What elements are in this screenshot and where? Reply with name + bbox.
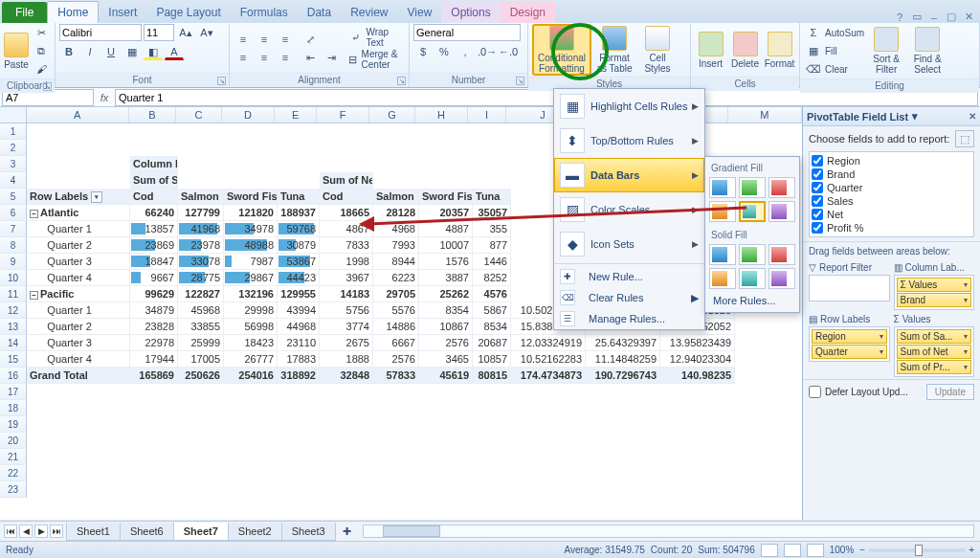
cell[interactable]: 355 bbox=[473, 221, 511, 237]
cell[interactable]: Salmon bbox=[373, 189, 419, 205]
cell[interactable]: 59768 bbox=[278, 221, 320, 237]
area-row-labels[interactable]: ▤Row Labels Region▾ Quarter▾ bbox=[809, 314, 890, 377]
pill-region[interactable]: Region▾ bbox=[812, 329, 887, 344]
databar-solid-red[interactable] bbox=[768, 244, 795, 265]
cell[interactable]: 99629 bbox=[130, 286, 178, 302]
find-select-button[interactable]: Find & Select bbox=[908, 25, 947, 77]
tab-insert[interactable]: Insert bbox=[99, 2, 146, 23]
align-middle-icon[interactable]: ≡ bbox=[255, 31, 274, 48]
area-report-filter[interactable]: ▽Report Filter bbox=[809, 262, 890, 310]
row-header[interactable]: 9 bbox=[0, 254, 27, 270]
cell[interactable]: 10867 bbox=[419, 319, 473, 335]
cell[interactable]: 3887 bbox=[419, 270, 473, 286]
dec-decimal-icon[interactable]: ←.0 bbox=[498, 43, 517, 60]
cell[interactable]: 18847 bbox=[130, 254, 178, 270]
row-header[interactable]: 10 bbox=[0, 270, 27, 286]
cell[interactable]: 9667 bbox=[130, 270, 178, 286]
font-name-select[interactable] bbox=[59, 24, 142, 41]
cell[interactable]: 29705 bbox=[373, 286, 419, 302]
percent-icon[interactable]: % bbox=[434, 43, 454, 60]
cell[interactable]: 32848 bbox=[320, 368, 373, 384]
area-values[interactable]: ΣValues Sum of Sa...▾ Sum of Net▾ Sum of… bbox=[894, 314, 975, 377]
cell[interactable]: 10857 bbox=[473, 351, 511, 368]
cell[interactable]: Cod bbox=[130, 189, 178, 205]
cf-color-scales[interactable]: ▨Color Scales▶ bbox=[554, 192, 704, 227]
sheet-tab[interactable]: Sheet6 bbox=[120, 523, 174, 541]
minimize-icon[interactable]: – bbox=[928, 11, 940, 23]
cell[interactable]: 8944 bbox=[373, 254, 419, 270]
cell[interactable]: Quarter 3 bbox=[27, 254, 130, 270]
cell[interactable]: 4887 bbox=[419, 221, 473, 237]
field-sales[interactable]: Sales bbox=[812, 194, 971, 208]
minimize-ribbon-icon[interactable]: ▭ bbox=[911, 11, 923, 23]
column-header[interactable]: G bbox=[369, 107, 415, 123]
font-color-button[interactable]: A bbox=[165, 43, 184, 60]
shrink-font-icon[interactable]: A▾ bbox=[197, 24, 216, 41]
cell[interactable]: 5867 bbox=[473, 302, 511, 319]
cell[interactable]: 6667 bbox=[373, 335, 419, 351]
cell[interactable]: 48988 bbox=[224, 237, 278, 254]
cell[interactable]: 2576 bbox=[419, 335, 473, 351]
delete-cells-button[interactable]: Delete bbox=[729, 24, 761, 76]
column-header[interactable]: C bbox=[176, 107, 222, 123]
field-quarter[interactable]: Quarter bbox=[812, 181, 971, 194]
cf-manage-rules[interactable]: ☰Manage Rules... bbox=[554, 308, 704, 329]
scrollbar-thumb[interactable] bbox=[383, 525, 440, 537]
cell[interactable]: 17005 bbox=[178, 351, 224, 368]
zoom-in-icon[interactable]: + bbox=[969, 545, 974, 555]
cell[interactable]: 18423 bbox=[224, 335, 278, 351]
row-header[interactable]: 17 bbox=[0, 384, 27, 400]
row-header[interactable]: 4 bbox=[0, 172, 27, 189]
column-header[interactable]: H bbox=[415, 107, 468, 123]
cell[interactable]: 44968 bbox=[278, 319, 320, 335]
pill-sum-profit[interactable]: Sum of Pr...▾ bbox=[897, 360, 972, 374]
databar-more-rules[interactable]: More Rules... bbox=[709, 289, 795, 308]
area-column-labels[interactable]: ▥Column Lab... Σ Values▾ Brand▾ bbox=[894, 262, 975, 310]
cell[interactable]: Tuna bbox=[473, 189, 511, 205]
tab-review[interactable]: Review bbox=[341, 2, 397, 23]
cell[interactable]: 174.4734873 bbox=[511, 368, 586, 384]
cell[interactable]: 23828 bbox=[130, 319, 178, 335]
format-cells-button[interactable]: Format bbox=[764, 24, 795, 76]
number-format-select[interactable] bbox=[413, 24, 521, 41]
row-header[interactable]: 13 bbox=[0, 319, 27, 335]
databar-solid-orange[interactable] bbox=[709, 268, 736, 289]
underline-button[interactable]: U bbox=[101, 43, 121, 60]
cell[interactable]: Tuna bbox=[278, 189, 320, 205]
cell[interactable]: 44423 bbox=[278, 270, 320, 286]
currency-icon[interactable]: $ bbox=[413, 43, 433, 60]
cell[interactable]: 33855 bbox=[178, 319, 224, 335]
orientation-icon[interactable]: ⤢ bbox=[301, 31, 320, 48]
cell[interactable]: 14886 bbox=[373, 319, 419, 335]
cell[interactable]: 28775 bbox=[178, 270, 224, 286]
cell[interactable]: 250626 bbox=[178, 368, 224, 384]
field-region[interactable]: Region bbox=[812, 154, 971, 167]
databar-gradient-purple[interactable] bbox=[768, 201, 795, 222]
zoom-out-icon[interactable]: − bbox=[859, 545, 865, 555]
cell[interactable]: 45968 bbox=[178, 302, 224, 319]
new-sheet-icon[interactable]: ✚ bbox=[338, 523, 357, 540]
align-center-icon[interactable]: ≡ bbox=[255, 49, 274, 66]
cell[interactable]: Grand Total bbox=[27, 368, 130, 384]
cell[interactable]: 1576 bbox=[419, 254, 473, 270]
cell[interactable]: 13857 bbox=[130, 221, 178, 237]
cell[interactable]: 4968 bbox=[373, 221, 419, 237]
cell[interactable]: Cod bbox=[320, 189, 373, 205]
cell[interactable]: 23110 bbox=[278, 335, 320, 351]
databar-gradient-green[interactable] bbox=[739, 177, 766, 198]
cell[interactable]: Quarter 2 bbox=[27, 237, 130, 254]
row-header[interactable]: 5 bbox=[0, 189, 27, 205]
border-button[interactable]: ▦ bbox=[122, 43, 142, 60]
view-layout-icon[interactable] bbox=[784, 544, 801, 557]
cell[interactable]: 53867 bbox=[278, 254, 320, 270]
cell[interactable]: 29998 bbox=[224, 302, 278, 319]
column-header[interactable]: A bbox=[27, 107, 129, 123]
cell[interactable]: 34879 bbox=[130, 302, 178, 319]
cell[interactable]: 33078 bbox=[178, 254, 224, 270]
insert-cells-button[interactable]: Insert bbox=[695, 24, 726, 76]
copy-icon[interactable]: ⧉ bbox=[32, 42, 51, 59]
number-dialog-launcher[interactable]: ↘ bbox=[516, 77, 524, 85]
column-header[interactable]: I bbox=[468, 107, 506, 123]
sort-filter-button[interactable]: Sort & Filter bbox=[867, 25, 905, 77]
cell[interactable]: 3774 bbox=[320, 319, 373, 335]
